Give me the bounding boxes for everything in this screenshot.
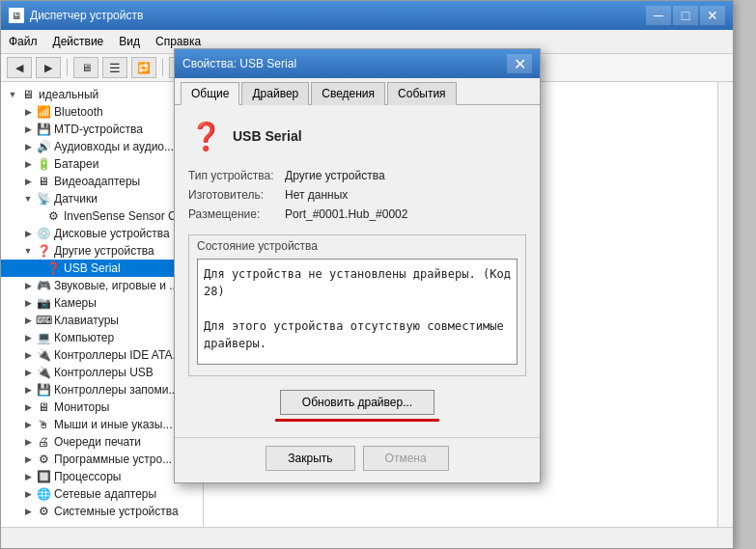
prop-row-manufacturer: Изготовитель: Нет данных (188, 188, 526, 202)
invensense-expand-icon (36, 208, 45, 224)
audio-icon: 🔊 (36, 139, 51, 154)
prop-row-location: Размещение: Port_#0001.Hub_#0002 (188, 207, 526, 221)
forward-button[interactable]: ▶ (36, 57, 61, 78)
tree-item-network[interactable]: ▶ 🌐 Сетевые адаптеры (1, 485, 203, 503)
sound-expand-icon: ▶ (20, 278, 36, 293)
dialog-body: ❓ USB Serial Тип устройства: Другие устр… (175, 105, 540, 437)
invensense-icon: ⚙ (45, 208, 61, 224)
tree-item-usb[interactable]: ▶ 🔌 Контроллеры USB (1, 364, 203, 381)
tree-item-ide[interactable]: ▶ 🔌 Контроллеры IDE ATA... (1, 346, 203, 364)
ide-icon: 🔌 (36, 347, 51, 363)
back-button[interactable]: ◀ (7, 57, 32, 78)
computer-button[interactable]: 🖥 (73, 57, 98, 78)
tree-item-other[interactable]: ▼ ❓ Другие устройства (1, 242, 203, 260)
device-header: ❓ USB Serial (188, 119, 526, 153)
toolbar-sep-2 (162, 59, 163, 76)
dialog-close-button[interactable]: ✕ (507, 54, 532, 73)
status-text-area[interactable] (197, 259, 518, 365)
monitors-expand-icon: ▶ (20, 399, 36, 415)
tree-item-processors[interactable]: ▶ 🔲 Процессоры (1, 468, 203, 485)
tab-driver[interactable]: Драйвер (241, 82, 309, 105)
software-label: Программные устро... (54, 453, 172, 466)
tree-item-video[interactable]: ▶ 🖥 Видеоадаптеры (1, 173, 203, 190)
tab-general[interactable]: Общие (181, 82, 239, 105)
tree-item-audio[interactable]: ▶ 🔊 Аудиовходы и аудио... (1, 138, 203, 155)
cancel-dialog-button[interactable]: Отмена (363, 446, 449, 471)
processors-expand-icon: ▶ (20, 469, 36, 484)
batteries-label: Батареи (54, 157, 98, 171)
menu-file[interactable]: Файл (1, 32, 45, 51)
status-bar (1, 527, 733, 548)
tree-root[interactable]: ▼ 🖥 идеальный (1, 86, 203, 103)
tree-item-storage[interactable]: ▶ 💾 Контроллеры запоми... (1, 381, 203, 398)
tree-item-cameras[interactable]: ▶ 📷 Камеры (1, 294, 203, 312)
prop-type-label: Тип устройства: (188, 169, 285, 182)
system-expand-icon: ▶ (20, 504, 36, 519)
monitors-label: Мониторы (54, 400, 109, 414)
scan-button[interactable]: 🔁 (131, 57, 156, 78)
status-legend: Состояние устройства (189, 235, 525, 253)
disk-expand-icon: ▶ (20, 226, 36, 241)
dialog-footer: Закрыть Отмена (175, 437, 540, 482)
usb-serial-expand-icon (36, 261, 45, 276)
device-icon: ❓ (188, 119, 223, 153)
tree-item-sound[interactable]: ▶ 🎮 Звуковые, игровые и ... (1, 277, 203, 294)
tree-item-batteries[interactable]: ▶ 🔋 Батареи (1, 155, 203, 173)
tab-events[interactable]: События (387, 82, 457, 105)
prop-manufacturer-value: Нет данных (285, 188, 348, 202)
invensense-label: InvenSense Sensor C... (64, 209, 186, 223)
tree-item-mice[interactable]: ▶ 🖱 Мыши и иные указы... (1, 416, 203, 433)
scrollbar[interactable] (717, 82, 733, 527)
main-window-title: Диспетчер устройств (30, 9, 646, 22)
update-driver-button[interactable]: Обновить драйвер... (280, 390, 434, 415)
keyboards-icon: ⌨ (36, 313, 51, 328)
audio-label: Аудиовходы и аудио... (54, 140, 174, 153)
close-button[interactable]: ✕ (700, 6, 725, 25)
tree-item-software[interactable]: ▶ ⚙ Программные устро... (1, 451, 203, 468)
tree-item-keyboards[interactable]: ▶ ⌨ Клавиатуры (1, 312, 203, 329)
sensors-label: Датчики (54, 192, 98, 206)
tree-item-mtd[interactable]: ▶ 💾 MTD-устройства (1, 121, 203, 138)
usb-icon: 🔌 (36, 365, 51, 380)
network-expand-icon: ▶ (20, 486, 36, 502)
tab-details[interactable]: Сведения (311, 82, 385, 105)
tree-item-invensense[interactable]: ⚙ InvenSense Sensor C... (1, 207, 203, 225)
tree-item-monitors[interactable]: ▶ 🖥 Мониторы (1, 398, 203, 416)
other-label: Другие устройства (54, 244, 154, 258)
tree-item-print[interactable]: ▶ 🖨 Очереди печати (1, 433, 203, 451)
show-hidden-button[interactable]: ☰ (102, 57, 127, 78)
restore-button[interactable]: □ (673, 6, 698, 25)
minimize-button[interactable]: ─ (646, 6, 671, 25)
storage-label: Контроллеры запоми... (54, 383, 178, 397)
mtd-label: MTD-устройства (54, 123, 143, 136)
menu-action[interactable]: Действие (45, 32, 112, 51)
keyboards-label: Клавиатуры (54, 314, 119, 327)
print-icon: 🖨 (36, 434, 51, 450)
close-dialog-button[interactable]: Закрыть (266, 446, 354, 471)
processors-icon: 🔲 (36, 469, 51, 484)
usb-serial-icon: ❓ (45, 261, 61, 276)
tree-item-computer[interactable]: ▶ 💻 Компьютер (1, 329, 203, 346)
video-label: Видеоадаптеры (54, 175, 140, 188)
computer-icon: 💻 (36, 330, 51, 345)
tree-item-usb-serial[interactable]: ❓ USB Serial (1, 260, 203, 277)
dialog-title-bar: Свойства: USB Serial ✕ (175, 49, 540, 78)
mice-expand-icon: ▶ (20, 417, 36, 432)
bluetooth-label: Bluetooth (54, 105, 103, 119)
software-expand-icon: ▶ (20, 452, 36, 467)
storage-icon: 💾 (36, 382, 51, 398)
update-driver-underline (275, 419, 439, 422)
device-name-label: USB Serial (233, 128, 302, 144)
tree-item-sensors[interactable]: ▼ 📡 Датчики (1, 190, 203, 207)
cameras-expand-icon: ▶ (20, 295, 36, 311)
menu-view[interactable]: Вид (111, 32, 148, 51)
tree-item-disk[interactable]: ▶ 💿 Дисковые устройства (1, 225, 203, 242)
other-icon: ❓ (36, 243, 51, 259)
dialog-tabs: Общие Драйвер Сведения События (175, 78, 540, 105)
tree-item-system[interactable]: ▶ ⚙ Системные устройства (1, 503, 203, 520)
tree-item-bluetooth[interactable]: ▶ 📶 Bluetooth (1, 103, 203, 121)
prop-location-label: Размещение: (188, 207, 285, 221)
batteries-icon: 🔋 (36, 156, 51, 172)
cameras-icon: 📷 (36, 295, 51, 311)
device-status-group: Состояние устройства (188, 234, 526, 376)
